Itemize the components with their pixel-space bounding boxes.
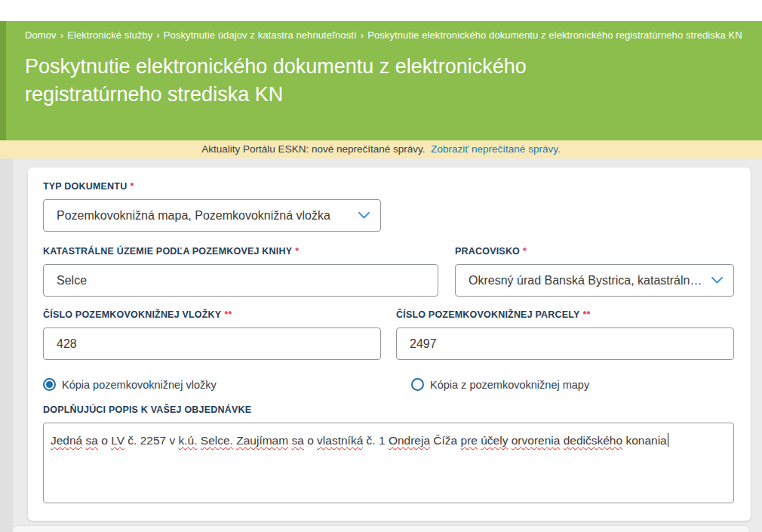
breadcrumb-link-domov[interactable]: Domov [25,29,57,41]
page-title: Poskytnutie elektronického dokumentu z e… [25,53,651,109]
workplace-label-text: PRACOVISKO [455,246,520,257]
top-strip [0,0,762,21]
page-header: Domov›Elektronické služby›Poskytnutie úd… [0,21,762,140]
parcel-number-label: ČÍSLO POZEMKOVOKNIŽNEJ PARCELY** [396,309,591,320]
breadcrumb-separator: › [60,29,63,41]
breadcrumb: Domov›Elektronické služby›Poskytnutie úd… [25,21,762,41]
word: konania [625,434,666,447]
word: 1 [379,434,386,447]
misspelled-word: pre [461,434,478,447]
word: č. [128,434,137,447]
radio-copy-of-folio-label: Kópia pozemkovoknižnej vložky [62,379,217,391]
breadcrumb-separator: › [361,29,364,41]
document-type-selected-value: Pozemkovoknižná mapa, Pozemkovoknižná vl… [57,209,330,223]
description-textarea[interactable]: Jedná sa o LV č. 2257 v k.ú. Selce. Zauj… [43,423,734,503]
cadastral-area-input[interactable] [43,264,438,297]
chevron-down-icon [358,212,370,219]
description-label-text: DOPLŇUJÚCI POPIS K VAŠEJ OBJEDNÁVKE [43,404,251,415]
required-asterisk: * [130,181,134,192]
page-left-margin [0,158,13,532]
notification-text: Aktuality Portálu ESKN: nové neprečítané… [201,143,425,155]
notification-bar: Aktuality Portálu ESKN: nové neprečítané… [0,140,762,158]
workplace-selected-value: Okresný úrad Banská Bystrica, katastráln… [469,274,705,288]
parcel-number-label-text: ČÍSLO POZEMKOVOKNIŽNEJ PARCELY [396,309,580,320]
parcel-number-input[interactable] [396,328,734,360]
breadcrumb-current-page: Poskytnutie elektronického dokumentu z e… [367,29,742,41]
misspelled-word: účely [481,434,508,447]
radio-copy-of-map[interactable]: Kópia z pozemkovoknižnej mapy [411,378,589,391]
description-label: DOPLŇUJÚCI POPIS K VAŠEJ OBJEDNÁVKE [43,404,251,415]
required-asterisk: * [295,246,299,257]
cadastral-area-label: KATASTRÁLNE ÚZEMIE PODĽA POZEMKOVEJ KNIH… [43,246,299,257]
folio-number-input[interactable] [43,328,381,360]
word: 2257 [140,434,166,447]
misspelled-word: Selce. [201,434,233,447]
misspelled-word: Zaujímam [236,434,288,447]
cadastral-area-label-text: KATASTRÁLNE ÚZEMIE PODĽA POZEMKOVEJ KNIH… [43,246,292,257]
breadcrumb-separator: › [156,29,159,41]
document-type-label-text: TYP DOKUMENTU [43,181,127,192]
next-section-card [13,526,749,532]
word: č. [367,434,376,447]
misspelled-word: sa [86,434,98,447]
misspelled-word: vlastníká [317,434,363,447]
breadcrumb-link-elektronicke-sluzby[interactable]: Elektronické služby [67,29,152,41]
misspelled-word: LV [111,434,124,447]
required-double-asterisk: ** [583,309,591,320]
radio-copy-of-folio[interactable]: Kópia pozemkovoknižnej vložky [43,378,217,391]
folio-number-label-text: ČÍSLO POZEMKOVOKNIŽNEJ VLOŽKY [43,309,221,320]
required-double-asterisk: ** [224,309,232,320]
eskn-portal-page: { "header": { "breadcrumb": { "separator… [0,0,762,532]
notification-link-show-unread[interactable]: Zobraziť neprečítané správy. [431,143,560,155]
word: Číža [433,434,457,447]
header-accent-stripe [0,21,6,140]
chevron-down-icon [711,277,723,284]
document-type-label: TYP DOKUMENTU* [43,181,134,192]
misspelled-word: Ondreja [389,434,430,447]
misspelled-word: sa [291,434,303,447]
folio-number-label: ČÍSLO POZEMKOVOKNIŽNEJ VLOŽKY** [43,309,232,320]
radio-unselected-icon [411,378,424,391]
word: o [101,434,108,447]
workplace-label: PRACOVISKO* [455,246,527,257]
misspelled-word: Jedná [51,434,82,447]
document-type-select[interactable]: Pozemkovoknižná mapa, Pozemkovoknižná vl… [43,199,381,232]
radio-copy-of-map-label: Kópia z pozemkovoknižnej mapy [430,379,589,391]
word: o [307,434,314,447]
text-cursor [668,433,669,447]
required-asterisk: * [523,246,527,257]
misspelled-word: orvorenia [512,434,561,447]
misspelled-word: k.ú. [179,434,198,447]
radio-selected-icon [43,378,56,391]
word: v [169,434,175,447]
breadcrumb-link-poskytnutie-udajov[interactable]: Poskytnutie údajov z katastra nehnuteľno… [164,29,357,41]
workplace-select[interactable]: Okresný úrad Banská Bystrica, katastráln… [455,264,734,297]
order-form-card: TYP DOKUMENTU* Pozemkovoknižná mapa, Poz… [28,168,751,521]
misspelled-word: dedičského [564,434,622,447]
